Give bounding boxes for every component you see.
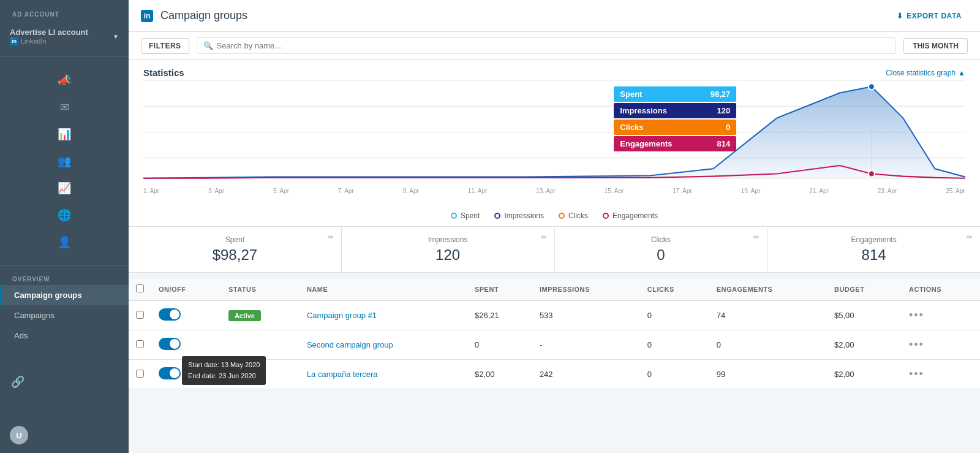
- sidebar-icon-bar[interactable]: 📈: [52, 176, 77, 200]
- legend-label-spent: Spent: [461, 211, 480, 220]
- tooltip-start-date: Start date: 13 May 2020: [188, 360, 260, 371]
- sidebar-icon-megaphone[interactable]: 📣: [52, 68, 77, 93]
- sidebar-link-icon[interactable]: 🔗: [0, 367, 129, 397]
- statistics-chart: [143, 80, 965, 185]
- page-title: Campaign groups: [160, 9, 883, 22]
- tooltip-clicks-value: 0: [726, 123, 730, 132]
- account-selector[interactable]: Advertise LI account in LinkedIn ▼: [0, 21, 129, 51]
- linkedin-icon: in: [10, 37, 18, 45]
- linkedin-logo: in: [141, 10, 153, 22]
- campaign-groups-table: ON/OFF STATUS NAME SPENT IMPRESSIONS CLI…: [129, 278, 980, 389]
- metric-engagements-edit-icon[interactable]: ✏: [967, 233, 973, 242]
- row2-clicks: 0: [640, 330, 709, 360]
- row2-date-tooltip: Start date: 13 May 2020 End date: 23 Jun…: [182, 356, 266, 385]
- row3-checkbox[interactable]: [136, 370, 144, 378]
- sidebar-icon-send[interactable]: ✉: [52, 95, 77, 120]
- close-graph-label: Close statistics graph: [886, 69, 956, 77]
- content-area: Statistics Close statistics graph ▲ Spen…: [129, 60, 980, 453]
- sidebar-icon-people[interactable]: 👥: [52, 149, 77, 173]
- row1-toggle-knob: [170, 310, 179, 319]
- table-row: Start date: 13 May 2020 End date: 23 Jun…: [129, 330, 980, 360]
- row3-clicks: 0: [640, 360, 709, 389]
- row2-actions-menu[interactable]: •••: [909, 338, 924, 351]
- row2-checkbox[interactable]: [136, 340, 144, 348]
- avatar[interactable]: U: [10, 426, 28, 444]
- sidebar-icon-person[interactable]: 👤: [52, 230, 77, 254]
- row2-name[interactable]: Second campaign group: [307, 340, 393, 349]
- row3-spent: $2,00: [467, 360, 532, 389]
- row1-clicks: 0: [640, 300, 709, 330]
- metric-impressions: ✏ Impressions 120: [342, 227, 555, 272]
- filters-button[interactable]: FILTERS: [141, 38, 189, 54]
- search-input[interactable]: [217, 41, 890, 50]
- tooltip-impressions-label: Impressions: [620, 106, 667, 115]
- row3-actions-cell: •••: [902, 360, 980, 389]
- overview-label: OVERVIEW: [0, 271, 129, 285]
- row3-toggle[interactable]: [159, 367, 181, 379]
- metric-engagements-value: 814: [780, 246, 968, 264]
- header-actions: ACTIONS: [902, 278, 980, 301]
- chart-legend: Spent Impressions Clicks Engagements: [129, 209, 980, 226]
- tooltip-impressions-value: 120: [717, 106, 731, 115]
- row1-spent: $26,21: [467, 300, 532, 330]
- row3-budget: $2,00: [827, 360, 902, 389]
- sidebar-item-campaigns[interactable]: Campaigns: [0, 305, 129, 325]
- header-status: STATUS: [221, 278, 300, 301]
- row1-toggle-cell: [151, 300, 221, 330]
- metric-spent-edit-icon[interactable]: ✏: [328, 233, 334, 242]
- legend-impressions[interactable]: Impressions: [494, 211, 544, 220]
- select-all-checkbox[interactable]: [136, 284, 144, 292]
- metrics-row: ✏ Spent $98,27 ✏ Impressions 120 ✏ Click…: [129, 226, 980, 272]
- legend-clicks[interactable]: Clicks: [559, 211, 588, 220]
- statistics-panel: Statistics Close statistics graph ▲ Spen…: [129, 60, 980, 273]
- main-content: in Campaign groups ⬇ EXPORT DATA FILTERS…: [129, 0, 980, 453]
- search-wrap[interactable]: 🔍: [197, 37, 897, 54]
- spent-dot: [869, 83, 875, 89]
- metric-impressions-value: 120: [354, 246, 542, 264]
- row1-budget: $5,00: [827, 300, 902, 330]
- sidebar-item-ads[interactable]: Ads: [0, 325, 129, 346]
- table-row: Active Campaign group #1 $26,21 533 0 74…: [129, 300, 980, 330]
- metric-impressions-label: Impressions: [354, 235, 542, 244]
- header-onoff: ON/OFF: [151, 278, 221, 301]
- search-icon: 🔍: [203, 41, 213, 50]
- row2-name-cell: Second campaign group: [300, 330, 467, 360]
- row3-checkbox-cell: [129, 360, 151, 389]
- legend-label-engagements: Engagements: [612, 211, 658, 220]
- tooltip-clicks-row: Clicks 0: [614, 120, 736, 135]
- metric-spent-label: Spent: [141, 235, 329, 244]
- sidebar-icon-chart[interactable]: 📊: [52, 122, 77, 147]
- tooltip-clicks-label: Clicks: [620, 123, 643, 132]
- row3-impressions: 242: [532, 360, 640, 389]
- sidebar-item-campaign-groups[interactable]: Campaign groups: [0, 285, 129, 305]
- metric-clicks-value: 0: [567, 246, 755, 264]
- row1-name[interactable]: Campaign group #1: [307, 311, 377, 320]
- row3-name[interactable]: La campaña tercera: [307, 370, 378, 379]
- row1-actions-cell: •••: [902, 300, 980, 330]
- row1-checkbox[interactable]: [136, 311, 144, 319]
- chevron-up-icon: ▲: [958, 69, 965, 77]
- date-range-button[interactable]: THIS MONTH: [903, 38, 968, 54]
- legend-spent[interactable]: Spent: [451, 211, 480, 220]
- row2-toggle-knob: [170, 339, 179, 349]
- row2-toggle[interactable]: [159, 338, 181, 350]
- row3-actions-menu[interactable]: •••: [909, 368, 924, 380]
- close-graph-button[interactable]: Close statistics graph ▲: [886, 69, 965, 77]
- tooltip-end-date: End date: 23 Jun 2020: [188, 371, 260, 382]
- tooltip-engagements-value: 814: [717, 139, 731, 148]
- metric-clicks: ✏ Clicks 0: [555, 227, 768, 272]
- row3-toggle-knob: [170, 368, 179, 378]
- tooltip-engagements-label: Engagements: [620, 139, 672, 148]
- row1-toggle[interactable]: [159, 308, 181, 321]
- tooltip-engagements-row: Engagements 814: [614, 136, 736, 151]
- sidebar-icon-globe[interactable]: 🌐: [52, 203, 77, 227]
- row1-checkbox-cell: [129, 300, 151, 330]
- row1-engagements: 74: [709, 300, 827, 330]
- metric-clicks-edit-icon[interactable]: ✏: [753, 233, 760, 242]
- sidebar-top-icons: 📣 ✉ 📊 👥 📈 🌐 👤: [0, 62, 129, 261]
- legend-engagements[interactable]: Engagements: [603, 211, 658, 220]
- metric-impressions-edit-icon[interactable]: ✏: [541, 233, 547, 242]
- export-data-button[interactable]: ⬇ EXPORT DATA: [891, 8, 968, 24]
- row1-actions-menu[interactable]: •••: [909, 309, 924, 321]
- legend-dot-clicks: [559, 213, 565, 219]
